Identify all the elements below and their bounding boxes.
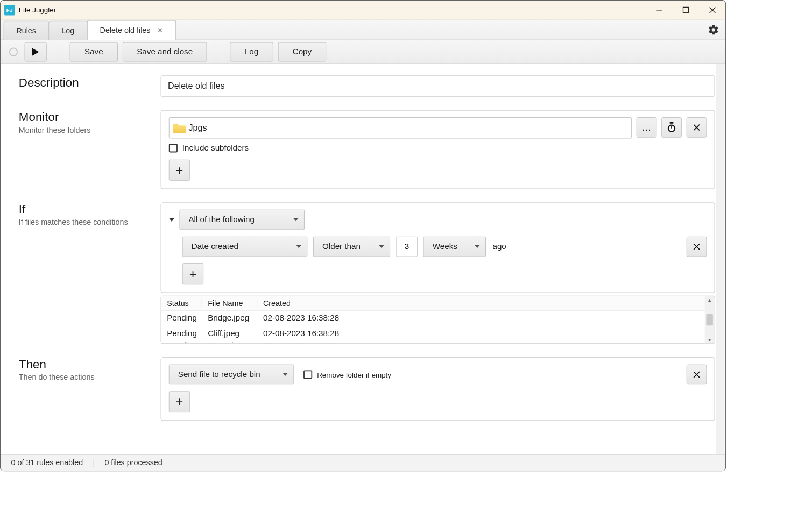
file-status: Pending [161,314,202,323]
condition-suffix: ago [492,242,506,252]
file-row[interactable]: Pending Coast.jpeg 02-08-2023 16:38:28 [161,341,714,344]
x-icon [693,371,700,378]
section-if: If If files matches these conditions All… [19,202,715,344]
condition-mode-value: All of the following [188,215,255,225]
scroll-up-icon: ▲ [707,297,712,302]
minimize-icon [656,6,663,13]
maximize-button[interactable] [673,0,699,19]
tab-current-rule[interactable]: Delete old files ✕ [87,20,175,40]
condition-op-value: Older than [322,242,361,252]
condition-field-value: Date created [192,242,238,252]
settings-button[interactable] [706,23,721,37]
close-icon [709,6,716,13]
section-then: Then Then do these actions Send file to … [19,357,715,421]
remove-condition-button[interactable] [687,237,707,257]
condition-number-input[interactable] [396,237,418,257]
col-created-header[interactable]: Created [257,299,714,308]
minimize-button[interactable] [646,0,673,19]
description-input[interactable] [161,75,715,96]
filelist-header: Status File Name Created [161,296,714,311]
browse-folder-button[interactable]: ... [637,117,657,138]
if-sub: If files matches these conditions [19,218,156,227]
monitor-sub: Monitor these folders [19,126,156,134]
file-created: 02-08-2023 16:38:28 [257,341,714,344]
titlebar: FJ File Juggler [1,1,725,20]
section-monitor: Monitor Monitor these folders Jpgs ... [19,110,715,189]
run-button[interactable] [25,42,47,61]
close-button[interactable] [699,0,725,19]
remove-action-button[interactable] [687,365,707,385]
file-row[interactable]: Pending Cliff.jpeg 02-08-2023 16:38:28 [161,326,714,341]
file-created: 02-08-2023 16:38:28 [257,329,714,338]
tab-current-rule-label: Delete old files [100,26,151,34]
content-scrollbar[interactable] [716,64,724,454]
condition-field-select[interactable]: Date created [182,237,307,257]
schedule-button[interactable] [661,117,682,138]
monitor-folder-name: Jpgs [188,123,207,133]
scroll-thumb[interactable] [706,314,713,325]
tab-close-icon[interactable]: ✕ [157,26,163,34]
save-and-close-button[interactable]: Save and close [123,42,207,61]
then-label: Then [19,357,156,371]
app-icon: FJ [4,4,15,15]
file-created: 02-08-2023 16:38:28 [257,314,714,323]
status-rules-enabled: 0 of 31 rules enabled [1,458,94,467]
add-action-button[interactable]: + [169,391,190,412]
remove-empty-checkbox[interactable] [303,370,312,379]
stopwatch-icon [667,122,676,133]
if-label: If [19,202,156,216]
condition-unit-select[interactable]: Weeks [423,237,486,257]
include-subfolders-label: Include subfolders [182,143,249,153]
collapse-toggle-icon[interactable] [169,218,175,222]
folder-icon [173,123,186,133]
condition-mode-select[interactable]: All of the following [179,210,304,230]
copy-button[interactable]: Copy [278,42,326,61]
toolbar: Save Save and close Log Copy [1,40,725,64]
save-button[interactable]: Save [70,42,118,61]
x-icon [693,124,700,131]
filelist-scrollbar[interactable]: ▲ ▼ [705,296,715,344]
file-name: Cliff.jpeg [202,329,257,338]
x-icon [693,243,700,250]
toolbar-log-button[interactable]: Log [230,42,273,61]
file-name: Bridge.jpeg [202,314,257,323]
enable-rule-toggle[interactable] [9,47,18,56]
tab-rules[interactable]: Rules [3,20,49,40]
file-name: Coast.jpeg [202,341,257,344]
matched-files-list: Status File Name Created Pending Bridge.… [161,296,715,344]
action-value: Send file to recycle bin [178,369,260,379]
remove-empty-label: Remove folder if empty [317,371,391,379]
remove-monitor-button[interactable] [687,117,707,138]
include-subfolders-checkbox[interactable] [169,144,178,152]
svg-rect-5 [669,122,673,124]
monitor-folder-field[interactable]: Jpgs [169,117,632,138]
play-icon [32,48,39,55]
tab-bar: Rules Log Delete old files ✕ [1,20,725,40]
add-monitor-button[interactable]: + [169,160,190,181]
condition-unit-value: Weeks [433,242,457,252]
col-name-header[interactable]: File Name [202,299,257,308]
app-title: File Juggler [19,6,56,14]
status-bar: 0 of 31 rules enabled 0 files processed [1,454,725,471]
status-files-processed: 0 files processed [94,458,173,467]
gear-icon [708,24,719,35]
section-description: Description [19,75,715,96]
description-label: Description [19,75,156,89]
file-status: Pending [161,341,202,344]
svg-marker-4 [32,48,39,55]
monitor-label: Monitor [19,110,156,124]
then-sub: Then do these actions [19,373,156,382]
action-select[interactable]: Send file to recycle bin [169,365,294,385]
file-row[interactable]: Pending Bridge.jpeg 02-08-2023 16:38:28 [161,311,714,326]
file-status: Pending [161,329,202,338]
app-window: FJ File Juggler Rules Log Delete old fil… [0,0,726,471]
maximize-icon [683,7,689,13]
content-area: Description Monitor Monitor these folder… [1,64,725,454]
tab-log[interactable]: Log [48,20,87,40]
col-status-header[interactable]: Status [161,299,202,308]
add-condition-button[interactable]: + [182,264,203,284]
svg-rect-1 [683,7,688,12]
condition-op-select[interactable]: Older than [313,237,390,257]
scroll-down-icon: ▼ [707,337,712,343]
